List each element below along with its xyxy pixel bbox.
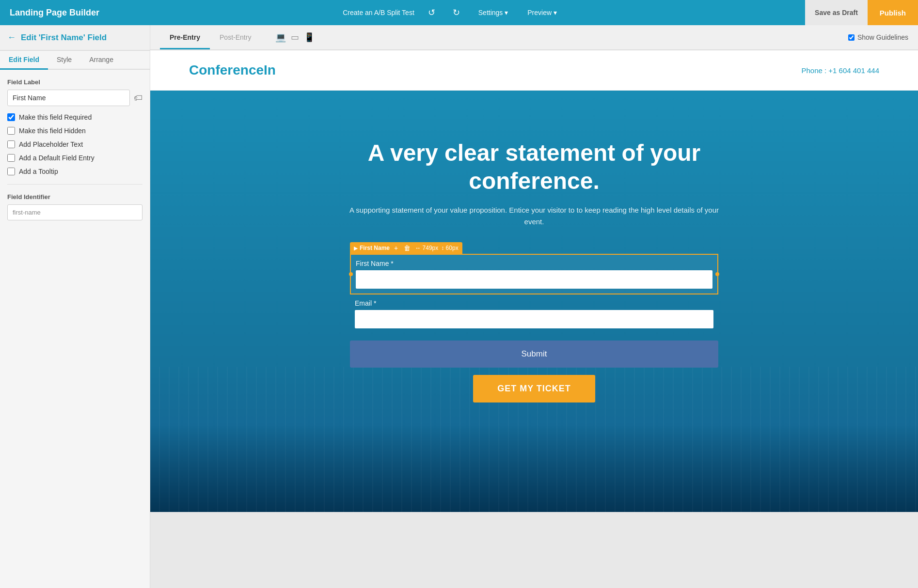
mobile-icon[interactable]: 📱 (304, 32, 315, 43)
lp-logo: ConferenceIn (189, 62, 276, 78)
logo-accent: In (264, 62, 276, 77)
tab-pre-entry[interactable]: Pre-Entry (160, 27, 210, 49)
field-identifier-input[interactable] (7, 204, 142, 220)
checkbox-hidden[interactable] (7, 127, 15, 135)
lp-form: ▶ First Name + 🗑 ↔ 749px ↕ 60px (350, 242, 718, 402)
show-guidelines[interactable]: Show Guidelines (848, 33, 908, 41)
top-nav: Landing Page Builder Create an A/B Split… (0, 0, 918, 25)
toolbar-add-button[interactable]: + (393, 244, 399, 252)
lp-phone: Phone : +1 604 401 444 (801, 66, 879, 75)
checkbox-placeholder-row[interactable]: Add Placeholder Text (7, 140, 142, 148)
first-name-field-wrapper: ▶ First Name + 🗑 ↔ 749px ↕ 60px (350, 242, 718, 294)
first-name-input[interactable] (356, 270, 712, 289)
canvas-area: ConferenceIn Phone : +1 604 401 444 A ve… (150, 50, 918, 588)
divider (7, 184, 142, 185)
logo-text: Conference (189, 62, 264, 77)
top-nav-actions: Save as Draft Publish (805, 0, 918, 25)
publish-button[interactable]: Publish (868, 0, 918, 25)
lp-header: ConferenceIn Phone : +1 604 401 444 (150, 50, 918, 91)
checkbox-hidden-label: Make this field Hidden (19, 127, 86, 135)
redo-button[interactable]: ↻ (449, 7, 464, 18)
app-title: Landing Page Builder (10, 8, 99, 18)
guidelines-label: Show Guidelines (857, 33, 908, 41)
tablet-icon[interactable]: ▭ (291, 32, 299, 43)
main-area: Pre-Entry Post-Entry 💻 ▭ 📱 Show Guidelin… (150, 25, 918, 588)
sidebar-title: Edit 'First Name' Field (21, 33, 107, 43)
tab-edit-field[interactable]: Edit Field (0, 51, 48, 70)
sidebar: ← Edit 'First Name' Field Edit Field Sty… (0, 25, 150, 588)
email-field-wrapper: Email * (350, 294, 718, 333)
checkbox-default-row[interactable]: Add a Default Field Entry (7, 154, 142, 162)
settings-button[interactable]: Settings ▾ (474, 9, 513, 16)
checkbox-required[interactable] (7, 113, 15, 121)
tab-arrange[interactable]: Arrange (80, 51, 122, 70)
tab-style[interactable]: Style (48, 51, 80, 70)
first-name-field[interactable]: First Name * (350, 254, 718, 294)
checkbox-tooltip-label: Add a Tooltip (19, 168, 58, 175)
checkbox-placeholder[interactable] (7, 140, 15, 148)
preview-button[interactable]: Preview ▾ (522, 9, 562, 16)
top-nav-center: Create an A/B Split Test ↺ ↻ Settings ▾ … (343, 7, 562, 18)
field-label-row: 🏷 (7, 90, 142, 106)
tab-post-entry[interactable]: Post-Entry (210, 27, 261, 49)
sidebar-edit-content: Field Label 🏷 Make this field Required M… (0, 70, 150, 229)
save-draft-button[interactable]: Save as Draft (805, 0, 868, 25)
get-ticket-button[interactable]: GET MY TICKET (473, 375, 595, 402)
toolbar-delete-button[interactable]: 🗑 (402, 244, 412, 252)
resize-handle-left[interactable] (349, 272, 353, 276)
checkbox-required-label: Make this field Required (19, 113, 92, 121)
submit-button[interactable]: Submit (350, 340, 718, 368)
device-icons: 💻 ▭ 📱 (275, 32, 315, 43)
sidebar-tabs: Edit Field Style Arrange (0, 51, 150, 70)
checkbox-default[interactable] (7, 154, 15, 162)
hero-headline: A very clear statement of your conferenc… (340, 139, 728, 195)
email-label: Email * (355, 299, 713, 307)
hero-subheadline: A supporting statement of your value pro… (340, 204, 728, 228)
sidebar-header: ← Edit 'First Name' Field (0, 25, 150, 51)
tag-icon[interactable]: 🏷 (134, 93, 142, 103)
checkbox-required-row[interactable]: Make this field Required (7, 113, 142, 121)
undo-button[interactable]: ↺ (424, 7, 439, 18)
desktop-icon[interactable]: 💻 (275, 32, 286, 43)
toolbar-height: ↕ 60px (441, 245, 458, 251)
toolbar-label: ▶ First Name (354, 245, 390, 251)
hero-content: A very clear statement of your conferenc… (340, 120, 728, 242)
create-ab-link[interactable]: Create an A/B Split Test (343, 9, 414, 16)
guidelines-checkbox[interactable] (848, 34, 855, 41)
resize-handle-right[interactable] (715, 272, 719, 276)
lp-hero: A very clear statement of your conferenc… (150, 91, 918, 512)
email-input[interactable] (355, 310, 713, 328)
checkbox-hidden-row[interactable]: Make this field Hidden (7, 127, 142, 135)
field-toolbar: ▶ First Name + 🗑 ↔ 749px ↕ 60px (350, 242, 462, 254)
checkbox-default-label: Add a Default Field Entry (19, 154, 95, 162)
checkbox-tooltip[interactable] (7, 168, 15, 175)
field-label-section: Field Label (7, 78, 142, 86)
back-button[interactable]: ← (7, 32, 16, 43)
first-name-label: First Name * (356, 260, 712, 267)
checkbox-placeholder-label: Add Placeholder Text (19, 140, 83, 148)
checkbox-tooltip-row[interactable]: Add a Tooltip (7, 168, 142, 175)
field-identifier-label: Field Identifier (7, 193, 142, 201)
toolbar-width: ↔ 749px (415, 245, 438, 251)
secondary-nav: Pre-Entry Post-Entry 💻 ▭ 📱 Show Guidelin… (150, 25, 918, 50)
field-label-input[interactable] (7, 90, 130, 106)
